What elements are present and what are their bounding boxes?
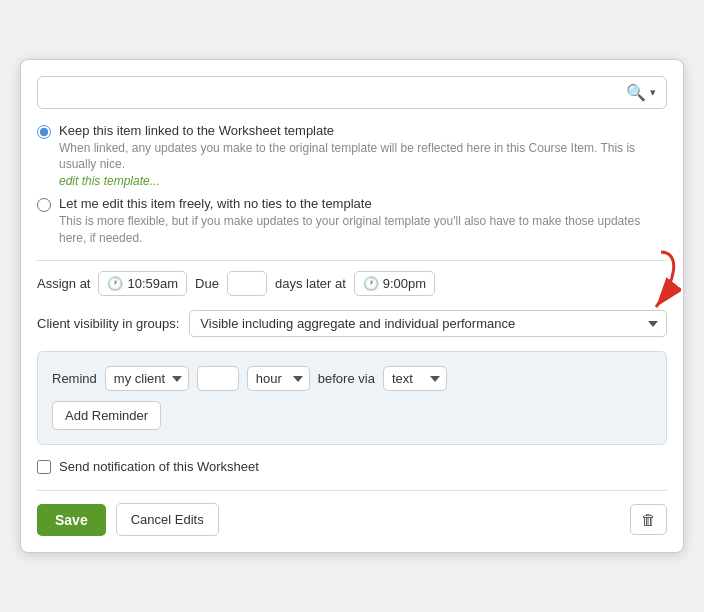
due-clock-icon: 🕐 xyxy=(363,276,379,291)
due-time-value: 9:00pm xyxy=(383,276,426,291)
radio-option-free: Let me edit this item freely, with no ti… xyxy=(37,196,667,247)
add-reminder-button[interactable]: Add Reminder xyxy=(52,401,161,430)
radio-free-desc: This is more flexible, but if you make u… xyxy=(59,213,667,247)
notification-checkbox[interactable] xyxy=(37,460,51,474)
assign-time-box: 🕐 10:59am xyxy=(98,271,187,296)
remind-label: Remind xyxy=(52,371,97,386)
trash-button[interactable]: 🗑 xyxy=(630,504,667,535)
radio-linked-input[interactable] xyxy=(37,125,51,139)
footer-left: Save Cancel Edits xyxy=(37,503,219,536)
days-later-label: days later at xyxy=(275,276,346,291)
remind-client-select[interactable]: my client me both xyxy=(105,366,189,391)
days-input[interactable]: 0 xyxy=(227,271,267,296)
assign-clock-icon: 🕐 xyxy=(107,276,123,291)
divider-1 xyxy=(37,260,667,261)
due-label: Due xyxy=(195,276,219,291)
remind-time-select[interactable]: hour day week xyxy=(247,366,310,391)
remind-row: Remind my client me both 1 hour day week… xyxy=(52,366,652,391)
cancel-button[interactable]: Cancel Edits xyxy=(116,503,219,536)
search-input[interactable]: Daily Practices Checklist xyxy=(48,84,626,100)
radio-option-linked: Keep this item linked to the Worksheet t… xyxy=(37,123,667,190)
visibility-row: Client visibility in groups: Visible inc… xyxy=(37,310,667,337)
before-via-label: before via xyxy=(318,371,375,386)
radio-free-input[interactable] xyxy=(37,198,51,212)
remind-via-select[interactable]: text email push xyxy=(383,366,447,391)
visibility-select[interactable]: Visible including aggregate and individu… xyxy=(189,310,667,337)
assign-row: Assign at 🕐 10:59am Due 0 days later at … xyxy=(37,271,667,296)
radio-linked-desc: When linked, any updates you make to the… xyxy=(59,140,667,190)
search-row: Daily Practices Checklist 🔍 ▾ xyxy=(37,76,667,109)
remind-box: Remind my client me both 1 hour day week… xyxy=(37,351,667,445)
assign-time-value: 10:59am xyxy=(127,276,178,291)
due-time-box: 🕐 9:00pm xyxy=(354,271,435,296)
search-icons: 🔍 ▾ xyxy=(626,83,656,102)
assign-label: Assign at xyxy=(37,276,90,291)
notification-row: Send notification of this Worksheet xyxy=(37,459,667,474)
edit-template-link[interactable]: edit this template... xyxy=(59,174,160,188)
dropdown-icon[interactable]: ▾ xyxy=(650,86,656,99)
modal-container: Daily Practices Checklist 🔍 ▾ Keep this … xyxy=(20,59,684,554)
trash-icon: 🗑 xyxy=(641,511,656,528)
visibility-label: Client visibility in groups: xyxy=(37,316,179,331)
notification-label: Send notification of this Worksheet xyxy=(59,459,259,474)
save-button[interactable]: Save xyxy=(37,504,106,536)
radio-group: Keep this item linked to the Worksheet t… xyxy=(37,123,667,247)
search-icon[interactable]: 🔍 xyxy=(626,83,646,102)
visibility-wrapper: Visible including aggregate and individu… xyxy=(189,310,667,337)
footer-row: Save Cancel Edits 🗑 xyxy=(37,490,667,536)
remind-number-input[interactable]: 1 xyxy=(197,366,239,391)
radio-linked-title: Keep this item linked to the Worksheet t… xyxy=(59,123,667,138)
radio-free-title: Let me edit this item freely, with no ti… xyxy=(59,196,667,211)
